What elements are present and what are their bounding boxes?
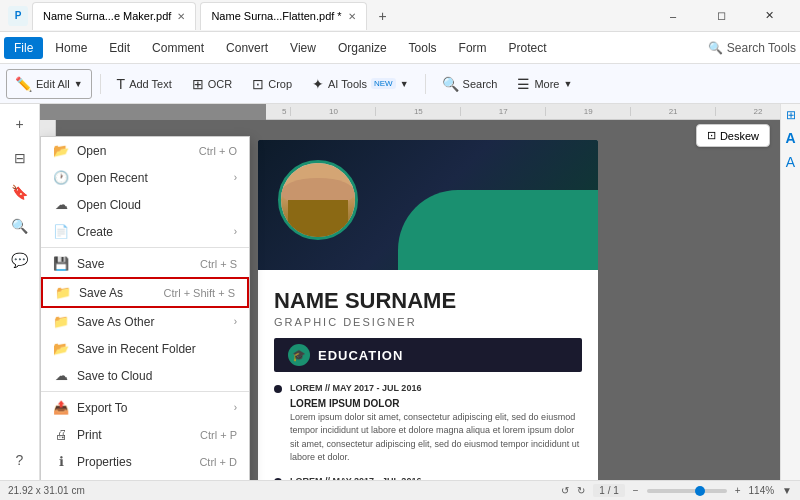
more-button[interactable]: ☰ More ▼ — [509, 69, 580, 99]
edu-dot-2 — [274, 478, 282, 481]
open-cloud-icon: ☁ — [53, 197, 69, 212]
add-text-button[interactable]: T Add Text — [109, 69, 180, 99]
panel-help-button[interactable]: ? — [4, 444, 36, 476]
status-right: ↺ ↻ 1 / 1 − + 114% ▼ — [561, 484, 792, 497]
ai-tools-button[interactable]: ✦ AI Tools NEW ▼ — [304, 69, 417, 99]
rotate-right-icon[interactable]: ↻ — [577, 485, 585, 496]
deskew-button[interactable]: ⊡ Deskew — [696, 124, 770, 147]
menu-edit[interactable]: Edit — [99, 37, 140, 59]
title-bar-right: – ◻ ✕ — [642, 2, 792, 30]
crop-icon: ⊡ — [252, 76, 264, 92]
zoom-in-icon[interactable]: + — [735, 485, 741, 496]
maximize-button[interactable]: ◻ — [698, 2, 744, 30]
right-icon-2[interactable]: A — [785, 130, 795, 146]
ai-arrow: ▼ — [400, 79, 409, 89]
file-dropdown-menu: 📂 Open Ctrl + O 🕐 Open Recent › ☁ Open C… — [40, 136, 250, 480]
menu-home[interactable]: Home — [45, 37, 97, 59]
pdf-viewer: 📂 Open Ctrl + O 🕐 Open Recent › ☁ Open C… — [40, 104, 800, 480]
page-body: NAME SURNAME GRAPHIC DESIGNER 🎓 EDUCATIO… — [258, 270, 598, 480]
save-recent-icon: 📂 — [53, 341, 69, 356]
zoom-slider[interactable] — [647, 489, 727, 493]
page-indicator: 1 / 1 — [593, 484, 624, 497]
edu-header: 🎓 EDUCATION — [274, 338, 582, 372]
print-icon: 🖨 — [53, 427, 69, 442]
ai-icon: ✦ — [312, 76, 324, 92]
edu-text-1: LOREM // MAY 2017 - JUL 2016 LOREM IPSUM… — [290, 382, 582, 465]
create-icon: 📄 — [53, 224, 69, 239]
close-button[interactable]: ✕ — [746, 2, 792, 30]
title-bar: P Name Surna...e Maker.pdf ✕ Name Surna.… — [0, 0, 800, 32]
panel-search-button[interactable]: 🔍 — [4, 210, 36, 242]
page-number: 1 / 1 — [599, 485, 618, 496]
more-arrow: ▼ — [563, 79, 572, 89]
separator-2 — [425, 74, 426, 94]
edu-desc-1: Lorem ipsum dolor sit amet, consectetur … — [290, 411, 582, 465]
education-section: 🎓 EDUCATION LOREM // MAY 2017 - JUL 2016… — [274, 338, 582, 480]
minimize-button[interactable]: – — [650, 2, 696, 30]
search-tools-label[interactable]: Search Tools — [727, 41, 796, 55]
tab-2-label: Name Surna...Flatten.pdf * — [211, 10, 341, 22]
new-tab-button[interactable]: + — [371, 4, 395, 28]
menu-save-as[interactable]: 📁 Save As Ctrl + Shift + S — [41, 277, 249, 308]
pdf-page-content: NAME SURNAME GRAPHIC DESIGNER 🎓 EDUCATIO… — [258, 140, 598, 480]
ai-badge: NEW — [371, 78, 396, 89]
menu-organize[interactable]: Organize — [328, 37, 397, 59]
search-button[interactable]: 🔍 Search — [434, 69, 506, 99]
tab-2-close[interactable]: ✕ — [348, 11, 356, 22]
open-icon: 📂 — [53, 143, 69, 158]
menu-print[interactable]: 🖨 Print Ctrl + P — [41, 421, 249, 448]
toolbar: ✏️ Edit All ▼ T Add Text ⊞ OCR ⊡ Crop ✦ … — [0, 64, 800, 104]
menu-save-recent[interactable]: 📂 Save in Recent Folder — [41, 335, 249, 362]
menu-convert[interactable]: Convert — [216, 37, 278, 59]
menu-preferences[interactable]: ⚙ Preferences Ctrl + K — [41, 475, 249, 480]
menu-open-cloud[interactable]: ☁ Open Cloud — [41, 191, 249, 218]
menu-open-recent[interactable]: 🕐 Open Recent › — [41, 164, 249, 191]
right-icon-1[interactable]: ⊞ — [786, 108, 796, 122]
menu-form[interactable]: Form — [449, 37, 497, 59]
rotate-left-icon[interactable]: ↺ — [561, 485, 569, 496]
divider-2 — [41, 391, 249, 392]
add-text-icon: T — [117, 76, 126, 92]
save-as-other-icon: 📁 — [53, 314, 69, 329]
tab-1-close[interactable]: ✕ — [177, 11, 185, 22]
menu-save-as-other[interactable]: 📁 Save As Other › — [41, 308, 249, 335]
left-panel: + ⊟ 🔖 🔍 💬 ? — [0, 104, 40, 480]
menu-create[interactable]: 📄 Create › — [41, 218, 249, 245]
panel-add-button[interactable]: + — [4, 108, 36, 140]
menu-tools[interactable]: Tools — [399, 37, 447, 59]
panel-thumbnail-button[interactable]: ⊟ — [4, 142, 36, 174]
menu-view[interactable]: View — [280, 37, 326, 59]
menu-save[interactable]: 💾 Save Ctrl + S — [41, 250, 249, 277]
tab-2[interactable]: Name Surna...Flatten.pdf * ✕ — [200, 2, 366, 30]
header-curve — [398, 190, 598, 270]
right-icon-3[interactable]: A — [786, 154, 795, 170]
ocr-button[interactable]: ⊞ OCR — [184, 69, 240, 99]
menu-properties[interactable]: ℹ Properties Ctrl + D — [41, 448, 249, 475]
search-tools-icon: 🔍 — [708, 41, 723, 55]
edu-heading-text: EDUCATION — [318, 348, 403, 363]
edit-all-button[interactable]: ✏️ Edit All ▼ — [6, 69, 92, 99]
zoom-out-icon[interactable]: − — [633, 485, 639, 496]
fit-icon[interactable]: ▼ — [782, 485, 792, 496]
deskew-icon: ⊡ — [707, 129, 716, 142]
menu-bar: File Home Edit Comment Convert View Orga… — [0, 32, 800, 64]
zoom-level: 114% — [749, 485, 775, 496]
properties-icon: ℹ — [53, 454, 69, 469]
menu-protect[interactable]: Protect — [499, 37, 557, 59]
tab-1[interactable]: Name Surna...e Maker.pdf ✕ — [32, 2, 196, 30]
menu-save-cloud[interactable]: ☁ Save to Cloud — [41, 362, 249, 389]
main-area: + ⊟ 🔖 🔍 💬 ? 📂 Open Ctrl + O 🕐 Open Recen… — [0, 104, 800, 480]
menu-file[interactable]: File — [4, 37, 43, 59]
menu-comment[interactable]: Comment — [142, 37, 214, 59]
divider-1 — [41, 247, 249, 248]
separator-1 — [100, 74, 101, 94]
panel-comment-button[interactable]: 💬 — [4, 244, 36, 276]
avatar-circle — [278, 160, 358, 240]
panel-bookmark-button[interactable]: 🔖 — [4, 176, 36, 208]
menu-open[interactable]: 📂 Open Ctrl + O — [41, 137, 249, 164]
crop-button[interactable]: ⊡ Crop — [244, 69, 300, 99]
tab-1-label: Name Surna...e Maker.pdf — [43, 10, 171, 22]
ruler-top: 5 10 15 17 19 21 22 — [266, 104, 800, 120]
menu-export[interactable]: 📤 Export To › — [41, 394, 249, 421]
zoom-thumb — [695, 486, 705, 496]
